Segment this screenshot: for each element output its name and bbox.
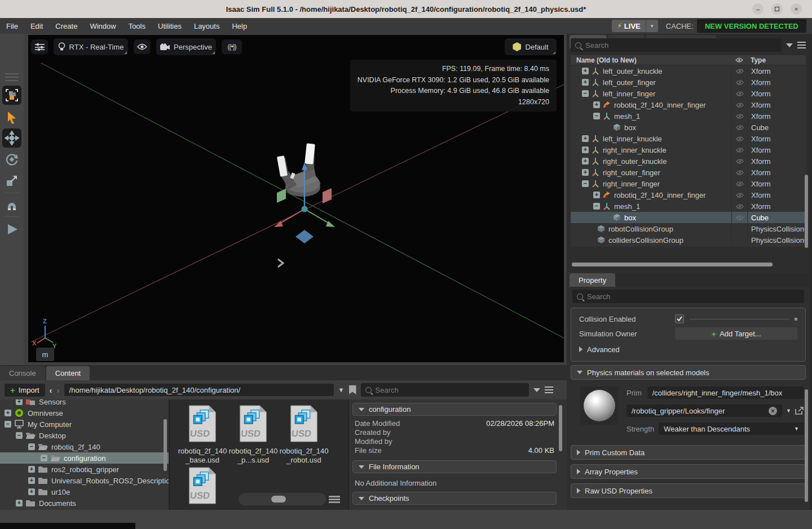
file-item[interactable]: USD [176,467,228,509]
menu-item[interactable]: Tools [122,18,152,34]
tree-item[interactable]: + [0,497,169,509]
stage-row[interactable]: − [571,110,806,122]
expander-icon[interactable]: − [582,90,589,97]
live-dropdown-button[interactable]: ▼ [646,20,658,32]
stage-row[interactable]: collidersCollisionGroup PhysicsCollision… [571,234,806,246]
tree-item[interactable]: − [0,441,169,452]
tree-item[interactable]: − [0,419,169,430]
tree-item[interactable]: + [0,407,169,419]
select-tool-button[interactable] [2,108,21,127]
expander-icon[interactable]: + [582,68,589,74]
checkpoints-header[interactable]: Checkpoints [352,492,557,505]
expander-icon[interactable]: + [28,466,35,473]
physics-materials-header[interactable]: Physics materials on selected models [571,365,806,380]
stage-horizontal-scrollbar[interactable] [572,263,773,266]
visibility-toggle[interactable] [731,201,747,212]
stage-row[interactable]: + [571,155,806,167]
new-version-banner[interactable]: NEW VERSION DETECTED [697,19,806,33]
stage-row[interactable]: + [571,144,806,155]
stage-search[interactable] [571,38,782,52]
viewport-settings-button[interactable] [31,39,48,54]
back-button[interactable]: ‹ [50,385,52,395]
visibility-toggle[interactable] [731,110,747,122]
column-type[interactable]: Type [747,56,806,64]
stage-row[interactable]: + [571,77,806,88]
tab-console[interactable]: Console [0,366,45,380]
visibility-toggle[interactable] [731,178,747,189]
file-item[interactable]: USD robotiq_2f_140_base.usd [176,405,228,465]
collision-enabled-checkbox[interactable] [675,314,684,323]
property-search-input[interactable] [587,292,800,301]
filter-icon[interactable] [533,388,540,392]
visibility-toggle[interactable] [731,99,747,110]
expander-icon[interactable]: + [582,79,589,86]
menu-item[interactable]: Window [83,18,122,34]
rotate-tool-button[interactable] [2,150,21,169]
viewport-3d[interactable]: Z X Y RTX - Real-Time [28,35,564,362]
material-path-field[interactable]: /robotiq_gripper/Looks/finger × [626,404,782,417]
menu-item[interactable]: Edit [24,18,49,34]
camera-button[interactable]: Perspective [156,38,216,55]
menu-item[interactable]: Utilities [152,18,188,34]
tree-item[interactable]: + [0,486,169,497]
path-field[interactable]: /home/hijikata/Desktop/robotiq_2f_140/co… [64,384,334,396]
tab-content[interactable]: Content [46,366,90,380]
content-search-input[interactable] [376,386,524,394]
expander-icon[interactable]: − [41,455,47,461]
expander-icon[interactable]: + [582,135,589,142]
expander-icon[interactable]: + [5,410,11,416]
expander-icon[interactable]: + [16,500,23,506]
advanced-section[interactable]: Advanced [579,345,620,354]
expander-icon[interactable]: + [593,101,600,108]
tree-item[interactable]: + [0,399,169,407]
filter-icon[interactable] [786,43,793,47]
expander-icon[interactable]: − [593,203,600,210]
visibility-toggle[interactable] [731,234,747,246]
capture-button[interactable]: ((•)) [222,39,242,54]
open-external-icon[interactable] [795,407,804,415]
stage-row[interactable]: + [571,167,806,178]
collapsed-section-header[interactable]: Array Properties [571,464,806,479]
scale-tool-button[interactable] [2,171,21,190]
file-item[interactable]: USD robotiq_2f_140_robot.usd [278,405,330,465]
stage-column-headers[interactable]: Name (Old to New) Type [571,55,806,65]
tree-item[interactable]: + [0,475,169,486]
tree-item[interactable]: + [0,464,169,475]
column-name[interactable]: Name (Old to New) [571,56,731,64]
visibility-toggle[interactable] [731,77,747,88]
stage-vertical-scrollbar[interactable] [805,175,808,248]
snap-button[interactable] [2,196,21,215]
menu-item[interactable]: File [0,18,24,34]
visibility-toggle[interactable] [731,144,747,155]
details-scrollbar[interactable] [559,405,562,451]
selection-mode-button[interactable] [2,86,21,105]
expander-icon[interactable]: − [28,443,35,450]
maximize-button[interactable] [771,3,783,15]
move-tool-button[interactable] [2,128,21,148]
expander-icon[interactable]: + [582,169,589,176]
options-menu-icon[interactable] [797,40,806,50]
collapsed-section-header[interactable]: Prim Custom Data [571,445,806,460]
clear-icon[interactable]: × [769,407,777,415]
visibility-toggle[interactable] [731,167,747,178]
menu-item[interactable]: Create [49,18,83,34]
expander-icon[interactable]: + [28,477,35,484]
renderer-button[interactable]: RTX - Real-Time [54,38,128,55]
tree-item[interactable]: − [0,430,169,441]
toolbar-grip-icon[interactable] [5,71,19,83]
visibility-toggle[interactable] [731,65,747,77]
title-bar[interactable]: Isaac Sim Full 5.1.0 - /home/hijikata/De… [0,0,812,18]
import-button[interactable]: + Import [5,384,45,397]
add-target-button[interactable]: + Add Target... [675,327,797,340]
property-search[interactable] [572,290,804,303]
visibility-toggle[interactable] [731,223,747,234]
expander-icon[interactable]: + [582,158,589,165]
dropdown-icon[interactable]: ▼ [786,408,791,414]
visibility-toggle[interactable] [731,88,747,99]
minimize-button[interactable]: – [752,3,764,15]
visibility-toggle[interactable] [731,212,747,223]
options-menu-icon[interactable] [545,385,553,395]
path-dropdown-icon[interactable]: ▼ [338,386,345,393]
folder-details-header[interactable]: configuration [352,403,557,416]
menu-item[interactable]: Help [226,18,253,34]
